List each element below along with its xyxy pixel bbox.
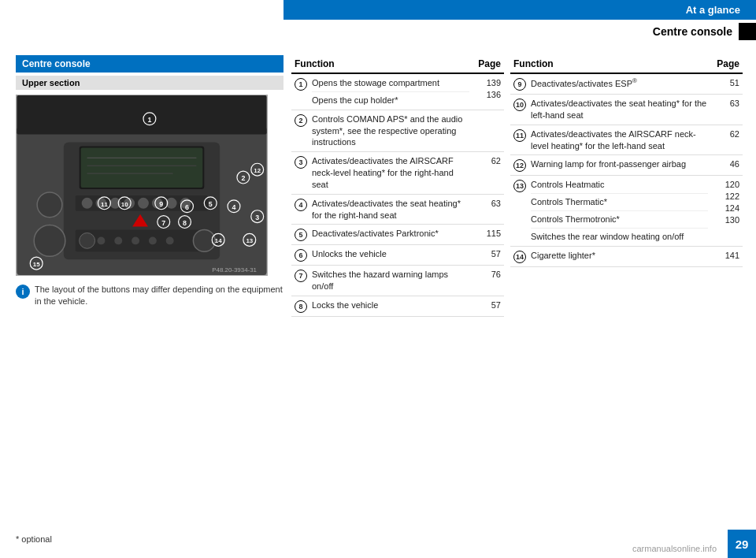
row-sub-function: Switches the rear window heating on/off: [531, 228, 708, 243]
row-function: Unlocks the vehicle: [309, 245, 472, 266]
watermark: carmanualsonline.info: [632, 544, 717, 553]
watermark-text: carmanualsonline.info: [632, 544, 717, 553]
svg-point-23: [114, 236, 122, 244]
centre-console-label: Centre console: [653, 25, 732, 38]
svg-text:11: 11: [101, 201, 108, 208]
svg-point-22: [97, 236, 105, 244]
page-num-label: 29: [736, 538, 749, 551]
col-function-right: Function: [510, 55, 711, 73]
black-block-decoration: [739, 23, 756, 40]
table-row: 8Locks the vehicle57: [291, 296, 504, 317]
row-page: 139136: [472, 73, 504, 110]
table-row: 10Activates/deactivates the seat heating…: [510, 95, 743, 125]
circle-number: 13: [513, 180, 526, 192]
row-page: 51: [711, 73, 743, 95]
row-function: Warning lamp for front-passenger airbag: [528, 155, 711, 176]
svg-point-24: [132, 236, 139, 244]
row-num: 14: [510, 246, 528, 266]
circle-number: 10: [513, 99, 526, 111]
table-row: 4Activates/deactivates the seat heating*…: [291, 194, 504, 225]
circle-number: 9: [513, 78, 526, 91]
table-row: 1Opens the stowage compartmentOpens the …: [291, 73, 504, 110]
centre-console-header: Centre console: [284, 20, 756, 43]
row-num: 1: [291, 73, 309, 110]
svg-text:12: 12: [254, 167, 261, 174]
info-icon: i: [16, 285, 30, 299]
row-num: 3: [291, 152, 309, 195]
svg-text:P48.20-3934-31: P48.20-3934-31: [212, 266, 257, 273]
row-page: [472, 110, 504, 152]
middle-table: Function Page 1Opens the stowage compart…: [291, 55, 504, 317]
col-page-right: Page: [711, 55, 743, 73]
col-page-mid: Page: [472, 55, 504, 73]
svg-text:13: 13: [246, 237, 253, 244]
svg-point-25: [149, 236, 157, 244]
circle-number: 4: [295, 199, 307, 211]
function-table-middle: Function Page 1Opens the stowage compart…: [291, 55, 504, 317]
at-a-glance-label: At a glance: [686, 4, 740, 16]
row-num: 6: [291, 245, 309, 266]
col-function-mid: Function: [291, 55, 472, 73]
page-number: 29: [728, 530, 756, 558]
svg-text:3: 3: [255, 214, 259, 221]
row-function: Cigarette lighter*: [528, 246, 711, 266]
left-panel-title: Centre console: [16, 55, 284, 73]
row-page: 46: [711, 155, 743, 176]
row-page: 62: [711, 125, 743, 155]
svg-point-10: [82, 198, 93, 209]
row-function: Opens the stowage compartmentOpens the c…: [309, 73, 472, 110]
table-row: 13Controls HeatmaticControls Thermatic*C…: [510, 176, 743, 246]
row-num: 12: [510, 155, 528, 176]
row-num: 10: [510, 95, 528, 125]
svg-text:6: 6: [185, 203, 189, 211]
row-page: 63: [472, 194, 504, 225]
row-page: 76: [472, 266, 504, 296]
row-page: 62: [472, 152, 504, 195]
row-function: Activates/deactivates the AIRSCARF neck-…: [309, 152, 472, 195]
row-function: Activates/deactivates the seat heating* …: [309, 194, 472, 225]
row-function: Switches the hazard warning lamps on/off: [309, 266, 472, 296]
svg-text:14: 14: [215, 237, 222, 244]
circle-number: 6: [295, 249, 307, 262]
footer: * optional: [16, 534, 52, 544]
info-text: The layout of the buttons may differ dep…: [35, 284, 284, 308]
table-row: 3Activates/deactivates the AIRSCARF neck…: [291, 152, 504, 195]
svg-text:5: 5: [209, 200, 213, 208]
svg-text:15: 15: [33, 261, 40, 268]
svg-text:9: 9: [159, 200, 163, 208]
at-a-glance-bar: At a glance: [284, 0, 756, 20]
svg-text:10: 10: [121, 201, 128, 208]
circle-number: 3: [295, 156, 307, 169]
row-page: 57: [472, 245, 504, 266]
svg-point-12: [109, 198, 120, 209]
row-num: 9: [510, 73, 528, 95]
row-sub-function: Controls Thermotronic*: [531, 210, 708, 225]
row-function: Controls HeatmaticControls Thermatic*Con…: [528, 176, 711, 246]
row-num: 5: [291, 225, 309, 245]
circle-number: 1: [295, 78, 307, 91]
svg-rect-2: [17, 95, 266, 135]
svg-text:8: 8: [183, 219, 187, 227]
row-function: Deactivates/activates ESP®: [528, 73, 711, 95]
upper-section-title: Upper section: [16, 76, 284, 90]
circle-number: 5: [295, 229, 307, 241]
row-page: 115: [472, 225, 504, 245]
row-page: 141: [711, 246, 743, 266]
row-page: 57: [472, 296, 504, 317]
row-sub-function: Controls Thermatic*: [531, 193, 708, 208]
circle-number: 12: [513, 159, 526, 172]
circle-number: 8: [295, 300, 307, 313]
table-row: 5Deactivates/activates Parktronic*115: [291, 225, 504, 245]
svg-rect-5: [81, 147, 203, 188]
table-row: 12Warning lamp for front-passenger airba…: [510, 155, 743, 176]
svg-point-20: [80, 232, 95, 248]
row-num: 13: [510, 176, 528, 246]
circle-number: 14: [513, 251, 526, 263]
info-box: i The layout of the buttons may differ d…: [16, 284, 284, 308]
row-num: 7: [291, 266, 309, 296]
row-function: Activates/deactivates the seat heating* …: [528, 95, 711, 125]
row-page: 120122124130: [711, 176, 743, 246]
table-row: 2Controls COMAND APS* and the audio syst…: [291, 110, 504, 152]
optional-text: * optional: [16, 534, 52, 544]
row-sub-function: Opens the cup holder*: [312, 91, 469, 106]
